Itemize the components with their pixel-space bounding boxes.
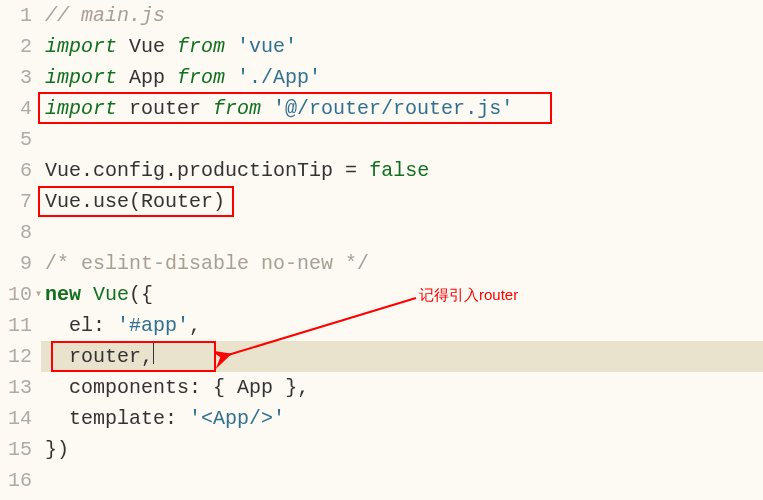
keyword-new: new xyxy=(45,283,81,306)
line-gutter: 1 2 3 4 5 6 7 8 9 10 11 12 13 14 15 16 xyxy=(0,0,41,496)
code-line: import Vue from 'vue' xyxy=(45,31,763,62)
string: './App' xyxy=(237,66,321,89)
html-tag: <App/> xyxy=(201,407,273,430)
string: '@/router/router.js' xyxy=(273,97,513,120)
line-number: 13 xyxy=(0,372,32,403)
keyword-from: from xyxy=(177,66,225,89)
property-key: template xyxy=(69,407,165,430)
identifier: Vue xyxy=(129,35,165,58)
code-area[interactable]: // main.js import Vue from 'vue' import … xyxy=(41,0,763,496)
line-number: 9 xyxy=(0,248,32,279)
line-number: 16 xyxy=(0,465,32,496)
keyword-import: import xyxy=(45,97,117,120)
identifier: Vue xyxy=(45,159,81,182)
code-line: // main.js xyxy=(45,0,763,31)
keyword-import: import xyxy=(45,35,117,58)
property: productionTip xyxy=(177,159,333,182)
string-quote: ' xyxy=(273,407,285,430)
text-cursor xyxy=(153,342,154,364)
code-line: import App from './App' xyxy=(45,62,763,93)
code-line: template: '<App/>' xyxy=(45,403,763,434)
property-key: el xyxy=(69,314,93,337)
code-line: }) xyxy=(45,434,763,465)
identifier: router xyxy=(129,97,201,120)
boolean: false xyxy=(369,159,429,182)
line-number: 3 xyxy=(0,62,32,93)
line-number: 7 xyxy=(0,186,32,217)
line-number: 11 xyxy=(0,310,32,341)
line-number: 5 xyxy=(0,124,32,155)
keyword-from: from xyxy=(213,97,261,120)
code-line xyxy=(45,217,763,248)
argument: Router xyxy=(141,190,213,213)
property-key: components xyxy=(69,376,189,399)
code-line: new Vue({ xyxy=(45,279,763,310)
identifier: router xyxy=(69,345,141,368)
class-name: Vue xyxy=(93,283,129,306)
line-number: 15 xyxy=(0,434,32,465)
code-line: Vue.use(Router) xyxy=(45,186,763,217)
code-editor: 1 2 3 4 5 6 7 8 9 10 11 12 13 14 15 16 /… xyxy=(0,0,763,496)
identifier: App xyxy=(129,66,165,89)
method: use xyxy=(93,190,129,213)
keyword-from: from xyxy=(177,35,225,58)
string: '#app' xyxy=(117,314,189,337)
code-line: el: '#app', xyxy=(45,310,763,341)
code-line-active: router, xyxy=(45,341,763,372)
code-line: import router from '@/router/router.js' xyxy=(45,93,763,124)
comment: // main.js xyxy=(45,4,165,27)
line-number: 8 xyxy=(0,217,32,248)
line-number: 1 xyxy=(0,0,32,31)
line-number: 6 xyxy=(0,155,32,186)
line-number: 10 xyxy=(0,279,32,310)
line-number: 2 xyxy=(0,31,32,62)
string: 'vue' xyxy=(237,35,297,58)
property: config xyxy=(93,159,165,182)
code-line: Vue.config.productionTip = false xyxy=(45,155,763,186)
identifier: Vue xyxy=(45,190,81,213)
string-quote: ' xyxy=(189,407,201,430)
identifier: App xyxy=(237,376,273,399)
line-number: 14 xyxy=(0,403,32,434)
fold-marker-icon[interactable]: ▾ xyxy=(35,279,42,310)
code-line xyxy=(45,465,763,496)
comment: /* eslint-disable no-new */ xyxy=(45,252,369,275)
line-number: 4 xyxy=(0,93,32,124)
code-line xyxy=(45,124,763,155)
annotation-label: 记得引入router xyxy=(419,283,518,307)
keyword-import: import xyxy=(45,66,117,89)
code-line: /* eslint-disable no-new */ xyxy=(45,248,763,279)
code-line: components: { App }, xyxy=(45,372,763,403)
line-number: 12 xyxy=(0,341,32,372)
